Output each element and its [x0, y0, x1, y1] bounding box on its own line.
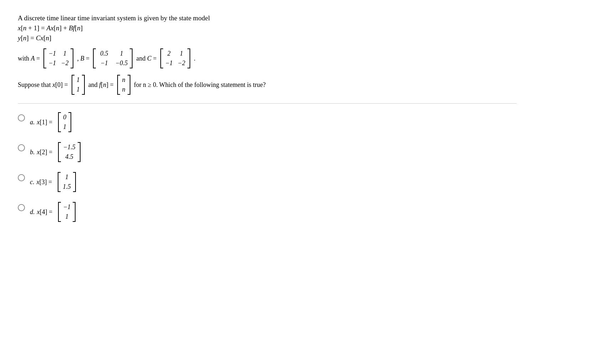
radio-d[interactable] [18, 204, 25, 211]
option-a-expr: x[1] = [37, 119, 53, 126]
b-label: , B = [77, 55, 89, 62]
c-label: and C = [136, 55, 156, 62]
option-d-expr: x[4] = [37, 208, 53, 216]
option-d: d. x[4] = −1 1 [18, 202, 517, 222]
radio-c[interactable] [18, 174, 25, 181]
option-c-letter: c. [30, 178, 35, 186]
option-b-content: b. x[2] = −1.5 4.5 [30, 142, 82, 162]
equation-1: x[n + 1] = Ax[n] + Bf[n] [18, 24, 517, 32]
with-a-label: with A = [18, 55, 40, 62]
fn-matrix: n n [117, 75, 130, 95]
matrix-A: −1 1 −1 −2 [43, 48, 73, 68]
x0-matrix: 1 1 [72, 75, 85, 95]
option-b: b. x[2] = −1.5 4.5 [18, 142, 517, 162]
suppose-text: Suppose that x[0] = [18, 81, 68, 89]
matrix-A-body: −1 1 −1 −2 [46, 48, 71, 68]
options-section: a. x[1] = 0 1 b. x[2] = [18, 112, 517, 222]
intro-line: A discrete time linear time invariant sy… [18, 14, 517, 22]
x0-matrix-body: 1 1 [74, 75, 82, 95]
option-d-content: d. x[4] = −1 1 [30, 202, 77, 222]
matrix-B-body: 0.5 1 −1 −0.5 [96, 48, 130, 68]
and-fn-text: and f[n] = [88, 81, 114, 89]
matrix-definitions: with A = −1 1 −1 −2 , B = 0.5 1 −1 −0.5 [18, 48, 517, 68]
option-b-expr: x[2] = [37, 149, 53, 156]
option-c-expr: x[3] = [37, 178, 52, 186]
radio-b[interactable] [18, 144, 25, 151]
matrix-C: 2 1 −1 −2 [160, 48, 190, 68]
option-a: a. x[1] = 0 1 [18, 112, 517, 132]
condition-text: for n ≥ 0. Which of the following statem… [134, 81, 266, 89]
option-a-letter: a. [30, 119, 35, 126]
equation-2: y[n] = Cx[n] [18, 34, 517, 42]
option-c-matrix: 1 1.5 [58, 172, 76, 192]
suppose-line: Suppose that x[0] = 1 1 and f[n] = n n f… [18, 75, 517, 95]
option-c: c. x[3] = 1 1.5 [18, 172, 517, 192]
radio-a[interactable] [18, 114, 25, 121]
option-b-letter: b. [30, 149, 35, 156]
fn-matrix-body: n n [120, 75, 128, 95]
option-b-matrix: −1.5 4.5 [58, 142, 81, 162]
eq2-text: y[n] = Cx[n] [18, 34, 51, 42]
option-c-matrix-body: 1 1.5 [61, 172, 73, 192]
option-d-matrix: −1 1 [58, 202, 76, 222]
option-b-matrix-body: −1.5 4.5 [61, 142, 78, 162]
option-a-matrix: 0 1 [58, 112, 71, 132]
section-divider [18, 103, 517, 104]
option-d-letter: d. [30, 208, 35, 216]
intro-text: A discrete time linear time invariant sy… [18, 14, 210, 22]
period: . [194, 55, 196, 62]
matrix-B: 0.5 1 −1 −0.5 [93, 48, 133, 68]
option-a-content: a. x[1] = 0 1 [30, 112, 73, 132]
option-a-matrix-body: 0 1 [61, 112, 68, 132]
matrix-C-body: 2 1 −1 −2 [163, 48, 187, 68]
problem-statement: A discrete time linear time invariant sy… [18, 14, 517, 222]
eq1-text: x[n + 1] = Ax[n] + Bf[n] [18, 24, 83, 32]
option-c-content: c. x[3] = 1 1.5 [30, 172, 77, 192]
option-d-matrix-body: −1 1 [61, 202, 73, 222]
